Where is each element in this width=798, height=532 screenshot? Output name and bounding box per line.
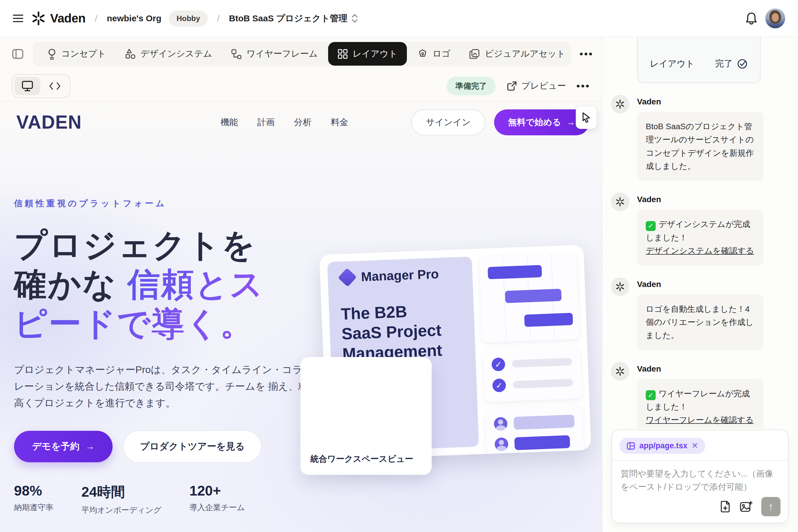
hero-section: 信頼性重視のプラットフォーム プロジェクトを確かな 信頼とスピードで導く。 プロ… xyxy=(14,198,335,515)
product-tour-button[interactable]: プロダクトツアーを見る xyxy=(123,430,262,463)
open-preview-button[interactable]: プレビュー xyxy=(507,80,566,92)
mockup-checklist-card xyxy=(483,346,582,402)
site-nav-analytics[interactable]: 分析 xyxy=(294,116,311,128)
task-status-card[interactable]: レイアウト 完了 xyxy=(637,37,761,83)
chat-input[interactable] xyxy=(620,461,780,495)
chat-author: Vaden xyxy=(637,362,764,374)
site-nav-features[interactable]: 機能 xyxy=(221,116,238,128)
stat-label: 平均オンボーディング xyxy=(81,505,161,515)
circle-check-icon xyxy=(737,58,748,70)
arrow-right-icon: → xyxy=(85,441,95,452)
tab-layout[interactable]: レイアウト xyxy=(328,42,407,65)
hero-eyebrow: 信頼性重視のプラットフォーム xyxy=(14,198,335,209)
app-header: Vaden / newbie's Org Hobby / BtoB SaaS プ… xyxy=(0,0,798,37)
chat-bubble: BtoB SaaSのプロジェクト管理ツールのサービスサイトのコンセプトデザインを… xyxy=(637,112,764,181)
desktop-view-icon[interactable] xyxy=(15,77,40,95)
tab-label: コンセプト xyxy=(61,48,106,60)
chat-composer[interactable]: app/page.tsx xyxy=(611,430,788,523)
vaden-avatar-icon xyxy=(611,95,629,113)
task-status-label: 完了 xyxy=(715,58,733,70)
brand[interactable]: Vaden xyxy=(31,11,86,26)
site-nav: 機能 計画 分析 料金 xyxy=(221,116,348,128)
vaden-avatar-icon xyxy=(611,362,629,381)
tab-label: ロゴ xyxy=(433,48,450,60)
avatar-icon xyxy=(494,417,508,431)
chevron-up-down-icon xyxy=(351,13,359,24)
site-nav-planning[interactable]: 計画 xyxy=(257,116,275,128)
code-view-icon[interactable] xyxy=(42,77,68,95)
chat-message: Vaden ワイヤーフレームが完成しました！ワイヤーフレームを確認する xyxy=(611,362,764,428)
check-emoji-icon xyxy=(646,390,656,400)
hero-headline: プロジェクトを確かな 信頼とスピードで導く。 xyxy=(14,226,335,343)
cursor-arrow-icon xyxy=(581,112,591,123)
brand-name: Vaden xyxy=(50,12,86,25)
site-header: VADEN 機能 計画 分析 料金 サインイン 無料で始める → xyxy=(16,110,589,135)
stat-value: 24時間 xyxy=(81,483,161,501)
stat-teams: 120+ 導入企業チーム xyxy=(189,483,245,515)
task-title: レイアウト xyxy=(650,58,695,70)
tab-label: ワイヤーフレーム xyxy=(246,48,318,60)
workspace-view-caption: 統合ワークスペースビュー xyxy=(310,453,413,465)
user-avatar[interactable] xyxy=(765,8,785,28)
tab-design-system[interactable]: デザインシステム xyxy=(117,43,221,64)
breadcrumb-org[interactable]: newbie's Org xyxy=(107,14,161,23)
tab-visual-assets[interactable]: ビジュアルアセット xyxy=(461,43,573,64)
vaden-logo-icon xyxy=(31,11,46,26)
workspace-view-card: 統合ワークスペースビュー xyxy=(300,357,432,475)
mockup-logo-icon xyxy=(339,269,356,286)
hamburger-menu-icon[interactable] xyxy=(13,14,23,23)
stat-value: 98% xyxy=(14,483,53,499)
stat-onboarding: 24時間 平均オンボーディング xyxy=(81,483,161,515)
remove-attachment-icon[interactable] xyxy=(691,442,698,450)
chat-message: Vaden デザインシステムが完成しました！デザインシステムを確認する xyxy=(611,192,764,265)
tab-logo[interactable]: ロゴ xyxy=(409,43,458,64)
book-demo-button[interactable]: デモを予約 → xyxy=(14,431,113,462)
chat-bubble: ロゴを自動生成しました！4個のバリエーションを作成しました。 xyxy=(637,294,764,350)
tabs-container: コンセプト デザインシステム ワイヤーフレーム レイアウト ロゴ xyxy=(33,42,571,66)
plan-badge: Hobby xyxy=(169,11,208,26)
layout-file-icon xyxy=(627,442,635,450)
signin-button[interactable]: サインイン xyxy=(411,109,485,135)
tab-label: ビジュアルアセット xyxy=(485,48,565,60)
site-preview-canvas: VADEN 機能 計画 分析 料金 サインイン 無料で始める → xyxy=(0,101,602,532)
artifact-tab-bar: コンセプト デザインシステム ワイヤーフレーム レイアウト ロゴ xyxy=(0,37,602,71)
chat-author: Vaden xyxy=(637,95,764,107)
stat-on-time: 98% 納期遵守率 xyxy=(14,483,53,515)
view-design-system-link[interactable]: デザインシステムを確認する xyxy=(646,244,754,257)
tab-label: デザインシステム xyxy=(140,48,212,60)
check-emoji-icon xyxy=(646,221,656,231)
tab-wireframe[interactable]: ワイヤーフレーム xyxy=(223,43,326,64)
attach-image-icon[interactable] xyxy=(740,500,753,513)
send-button[interactable] xyxy=(761,497,780,516)
check-circle-icon xyxy=(492,357,506,371)
chat-bubble: ワイヤーフレームが完成しました！ワイヤーフレームを確認する xyxy=(637,379,764,428)
view-wireframe-link[interactable]: ワイヤーフレームを確認する xyxy=(646,413,754,426)
get-started-label: 無料で始める xyxy=(508,116,561,128)
chat-bubble: デザインシステムが完成しました！デザインシステムを確認する xyxy=(637,209,764,265)
mockup-gantt-card xyxy=(479,252,579,343)
mockup-chat-card xyxy=(485,405,585,460)
chat-sidebar: レイアウト 完了 Vaden BtoB SaaSのプロジェクト管理ツールのサービ… xyxy=(603,37,798,532)
workspace: コンセプト デザインシステム ワイヤーフレーム レイアウト ロゴ xyxy=(0,37,602,532)
avatar-icon xyxy=(495,458,509,460)
chat-message: Vaden ロゴを自動生成しました！4個のバリエーションを作成しました。 xyxy=(611,278,764,350)
book-demo-label: デモを予約 xyxy=(32,440,79,453)
attachment-chip[interactable]: app/page.tsx xyxy=(620,438,705,454)
get-started-button[interactable]: 無料で始める → xyxy=(494,109,589,135)
attach-file-icon[interactable] xyxy=(720,500,731,513)
cursor-tool-button[interactable] xyxy=(576,106,597,129)
tab-overflow-icon[interactable]: ••• xyxy=(580,48,593,59)
site-logo: VADEN xyxy=(16,111,82,133)
site-nav-pricing[interactable]: 料金 xyxy=(331,116,348,128)
stat-label: 導入企業チーム xyxy=(189,502,245,513)
hero-paragraph: プロジェクトマネージャーProは、タスク・タイムライン・コラボレーションを統合し… xyxy=(14,361,319,411)
tab-concept[interactable]: コンセプト xyxy=(39,43,114,64)
shapes-icon xyxy=(125,49,136,59)
preview-overflow-icon[interactable]: ••• xyxy=(576,80,590,92)
project-name: BtoB SaaS プロジェクト管理 xyxy=(229,13,347,24)
breadcrumb-project-switcher[interactable]: BtoB SaaS プロジェクト管理 xyxy=(229,13,359,24)
panel-toggle-icon[interactable] xyxy=(12,48,24,60)
notifications-bell-icon[interactable] xyxy=(745,12,758,25)
stat-label: 納期遵守率 xyxy=(14,502,53,513)
view-mode-toggle xyxy=(12,74,71,98)
